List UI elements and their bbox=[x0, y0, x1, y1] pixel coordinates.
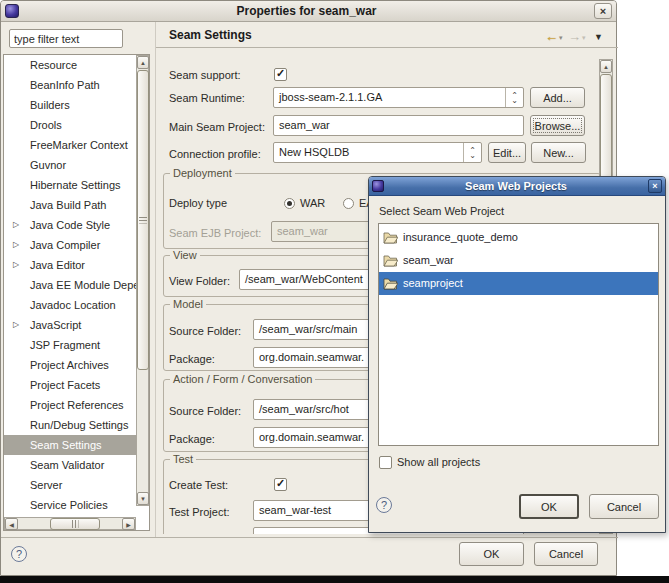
properties-tree: Resource BeanInfo Path Builders Drools F… bbox=[3, 54, 150, 531]
sidebar-item-run-debug-settings[interactable]: Run/Debug Settings bbox=[4, 415, 138, 435]
create-test-checkbox[interactable]: ✓ bbox=[274, 478, 287, 491]
sidebar-item-java-build-path[interactable]: Java Build Path bbox=[4, 195, 138, 215]
dialog-titlebar[interactable]: Seam Web Projects × bbox=[369, 177, 665, 196]
seam-support-checkbox[interactable]: ✓ bbox=[274, 68, 287, 81]
scroll-left-icon[interactable]: ◀ bbox=[5, 518, 18, 530]
project-folder-icon bbox=[383, 254, 398, 267]
header-separator bbox=[156, 47, 618, 48]
list-item-insurance-quote-demo[interactable]: insurance_quote_demo bbox=[379, 226, 658, 249]
add-button[interactable]: Add... bbox=[530, 87, 585, 108]
sidebar-item-project-references[interactable]: Project References bbox=[4, 395, 138, 415]
tree-horizontal-scrollbar[interactable]: ◀ ▶ bbox=[4, 517, 136, 530]
scroll-down-icon[interactable]: ▼ bbox=[137, 492, 149, 505]
footer-separator bbox=[1, 537, 618, 538]
sidebar-item-jsp-fragment[interactable]: JSP Fragment bbox=[4, 335, 138, 355]
dialog-title: Seam Web Projects bbox=[384, 180, 648, 192]
expand-arrow-icon[interactable]: ▷ bbox=[13, 215, 19, 235]
connection-profile-label: Connection profile: bbox=[169, 148, 261, 160]
seam-support-label: Seam support: bbox=[169, 69, 241, 81]
page-title: Seam Settings bbox=[169, 28, 252, 42]
tree-vertical-scrollbar[interactable]: ▲ ▼ bbox=[136, 55, 149, 506]
ok-button[interactable]: OK bbox=[459, 542, 524, 566]
main-project-input[interactable]: seam_war bbox=[273, 115, 524, 136]
sidebar-item-guvnor[interactable]: Guvnor bbox=[4, 155, 138, 175]
new-button[interactable]: New... bbox=[531, 142, 586, 163]
eclipse-app-icon bbox=[372, 180, 384, 192]
expand-arrow-icon[interactable]: ▷ bbox=[13, 235, 19, 255]
connection-profile-combo[interactable]: New HSQLDB ⌃⌄ bbox=[273, 142, 482, 163]
window-close-button[interactable]: × bbox=[594, 3, 612, 19]
sidebar-item-service-policies[interactable]: Service Policies bbox=[4, 495, 138, 515]
help-icon[interactable]: ? bbox=[376, 497, 392, 513]
war-radio[interactable] bbox=[284, 198, 295, 209]
scroll-right-icon[interactable]: ▶ bbox=[122, 518, 135, 530]
ejb-project-label: Seam EJB Project: bbox=[169, 227, 261, 239]
tree-scrollbar-thumb[interactable] bbox=[137, 70, 149, 370]
deploy-type-label: Deploy type bbox=[169, 197, 227, 209]
back-arrow-icon[interactable]: ← bbox=[545, 30, 558, 43]
show-all-projects-label: Show all projects bbox=[397, 456, 480, 468]
sidebar-item-beaninfo-path[interactable]: BeanInfo Path bbox=[4, 75, 138, 95]
sidebar-item-java-ee-module[interactable]: Java EE Module Depe bbox=[4, 275, 138, 295]
model-package-label: Package: bbox=[169, 353, 215, 365]
expand-arrow-icon[interactable]: ▷ bbox=[13, 255, 19, 275]
action-package-label: Package: bbox=[169, 433, 215, 445]
scroll-up-icon[interactable]: ▲ bbox=[137, 56, 149, 69]
checkmark-icon: ✓ bbox=[276, 478, 285, 489]
checkmark-icon: ✓ bbox=[276, 68, 285, 79]
combo-arrows-icon[interactable]: ⌃⌄ bbox=[505, 88, 523, 107]
sidebar-item-javascript[interactable]: ▷JavaScript bbox=[4, 315, 138, 335]
model-group-label: Model bbox=[170, 298, 206, 310]
sidebar-item-freemarker-context[interactable]: FreeMarker Context bbox=[4, 135, 138, 155]
seam-runtime-label: Seam Runtime: bbox=[169, 92, 245, 104]
combo-arrows-icon[interactable]: ⌃⌄ bbox=[463, 143, 481, 162]
sidebar-item-seam-validator[interactable]: Seam Validator bbox=[4, 455, 138, 475]
list-item-seamproject[interactable]: seamproject bbox=[379, 272, 658, 295]
edit-button[interactable]: Edit... bbox=[488, 142, 526, 163]
sidebar-item-java-code-style[interactable]: ▷Java Code Style bbox=[4, 215, 138, 235]
project-list: insurance_quote_demo seam_war seamprojec… bbox=[378, 223, 659, 446]
view-menu-icon[interactable]: ▼ bbox=[594, 32, 603, 42]
window-titlebar[interactable]: Properties for seam_war × bbox=[1, 1, 616, 22]
test-project-label: Test Project: bbox=[169, 506, 230, 518]
list-item-seam-war[interactable]: seam_war bbox=[379, 249, 658, 272]
sidebar-item-javadoc-location[interactable]: Javadoc Location bbox=[4, 295, 138, 315]
browse-button[interactable]: Browse... bbox=[530, 115, 585, 136]
cancel-button[interactable]: Cancel bbox=[534, 542, 598, 566]
forward-arrow-icon: → bbox=[568, 30, 581, 43]
tree-hscrollbar-thumb[interactable] bbox=[50, 518, 100, 530]
sidebar-item-resource[interactable]: Resource bbox=[4, 55, 138, 75]
expand-arrow-icon[interactable]: ▷ bbox=[13, 315, 19, 335]
help-icon[interactable]: ? bbox=[11, 546, 27, 562]
dialog-ok-button[interactable]: OK bbox=[519, 494, 579, 519]
sidebar-item-seam-settings[interactable]: Seam Settings bbox=[4, 435, 138, 455]
sidebar-item-hibernate-settings[interactable]: Hibernate Settings bbox=[4, 175, 138, 195]
seam-runtime-combo[interactable]: jboss-seam-2.1.1.GA ⌃⌄ bbox=[273, 87, 524, 108]
project-folder-icon bbox=[383, 277, 398, 290]
sidebar-item-builders[interactable]: Builders bbox=[4, 95, 138, 115]
sidebar-item-server[interactable]: Server bbox=[4, 475, 138, 495]
filter-input[interactable] bbox=[9, 29, 123, 48]
sidebar-item-java-editor[interactable]: ▷Java Editor bbox=[4, 255, 138, 275]
scroll-up-icon[interactable]: ▲ bbox=[600, 60, 612, 73]
eclipse-app-icon bbox=[5, 4, 19, 18]
seam-web-projects-dialog: Seam Web Projects × Select Seam Web Proj… bbox=[368, 176, 666, 533]
model-source-folder-label: Source Folder: bbox=[169, 325, 241, 337]
ear-radio[interactable] bbox=[343, 198, 354, 209]
dialog-cancel-button[interactable]: Cancel bbox=[589, 494, 659, 519]
window-title: Properties for seam_war bbox=[19, 4, 594, 18]
close-icon: × bbox=[600, 6, 606, 17]
sidebar-item-drools[interactable]: Drools bbox=[4, 115, 138, 135]
view-folder-label: View Folder: bbox=[169, 275, 230, 287]
show-all-projects-checkbox[interactable] bbox=[379, 456, 392, 469]
forward-menu-chevron-icon: ▾ bbox=[582, 34, 586, 42]
sidebar-item-project-archives[interactable]: Project Archives bbox=[4, 355, 138, 375]
deployment-group-label: Deployment bbox=[170, 167, 235, 179]
back-menu-chevron-icon[interactable]: ▾ bbox=[559, 34, 563, 42]
sidebar-item-java-compiler[interactable]: ▷Java Compiler bbox=[4, 235, 138, 255]
desktop-edge bbox=[0, 576, 669, 583]
close-icon: × bbox=[652, 182, 657, 191]
sidebar-item-project-facets[interactable]: Project Facets bbox=[4, 375, 138, 395]
dialog-close-button[interactable]: × bbox=[648, 179, 662, 193]
view-group-label: View bbox=[170, 249, 200, 261]
